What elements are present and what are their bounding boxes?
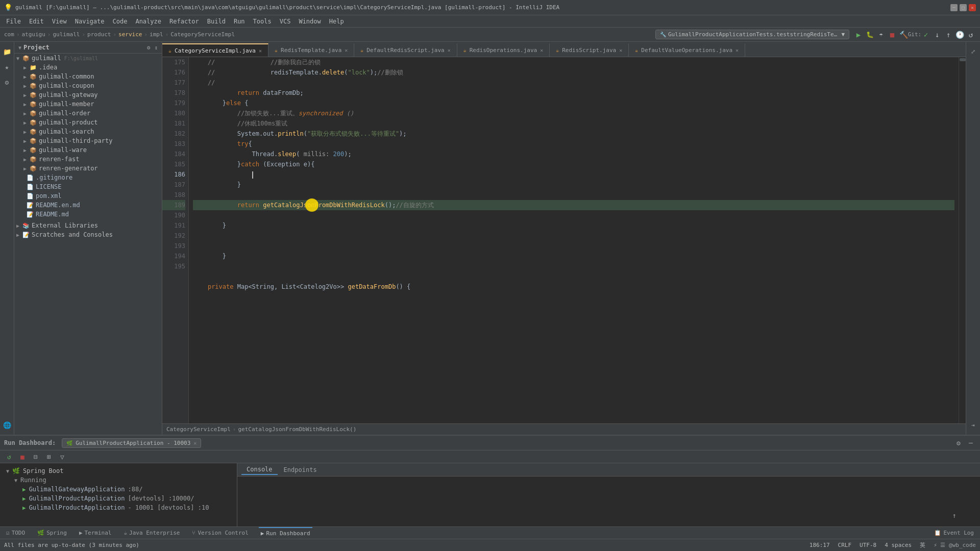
tab-close-defaultredisscript[interactable]: ✕ — [448, 47, 451, 53]
breadcrumb-com[interactable]: com — [4, 31, 14, 38]
menu-file[interactable]: File — [2, 17, 25, 26]
tree-item-renren-generator[interactable]: ▶ 📦 renren-generator — [14, 164, 162, 173]
git-revert[interactable]: ↺ — [966, 30, 976, 40]
menu-help[interactable]: Help — [325, 17, 348, 26]
group-btn[interactable]: ⊞ — [44, 452, 54, 462]
status-breadcrumb-method[interactable]: getCatalogJsonFromDbWithRedisLock() — [238, 426, 356, 433]
status-lang-en[interactable]: 英 — [920, 541, 925, 549]
tree-item-common[interactable]: ▶ 📦 gulimall-common — [14, 72, 162, 81]
structure-icon[interactable]: ⚙ — [2, 77, 13, 88]
close-btn[interactable]: ✕ — [969, 4, 976, 11]
menu-refactor[interactable]: Refactor — [165, 17, 203, 26]
status-breadcrumb-class[interactable]: CategoryServiceImpl — [166, 426, 231, 433]
status-charset[interactable]: UTF-8 — [860, 542, 876, 548]
run-button[interactable]: ▶ — [853, 30, 864, 40]
console-tab-endpoints[interactable]: Endpoints — [279, 465, 322, 474]
status-position[interactable]: 186:17 — [810, 542, 830, 548]
tree-item-member[interactable]: ▶ 📦 gulimall-member — [14, 99, 162, 109]
breadcrumb-service[interactable]: service — [118, 31, 142, 38]
menu-edit[interactable]: Edit — [25, 17, 48, 26]
run-app-gateway[interactable]: ▶ GulimallGatewayApplication :88/ — [12, 485, 233, 494]
maximize-btn[interactable]: □ — [960, 4, 967, 11]
breadcrumb-product[interactable]: product — [87, 31, 111, 38]
menu-analyze[interactable]: Analyze — [131, 17, 165, 26]
sort-icon[interactable]: ↕ — [154, 44, 158, 51]
tab-close-redisscript[interactable]: ✕ — [619, 47, 622, 53]
run-app-close[interactable]: ✕ — [193, 440, 197, 446]
stop-button[interactable]: ■ — [887, 30, 897, 40]
code-content[interactable]: // //删除我自己的锁 // redisTemplate.delete("lo… — [189, 57, 959, 423]
tree-item-pom[interactable]: 📄 pom.xml — [14, 191, 162, 201]
tree-item-gateway[interactable]: ▶ 📦 gulimall-gateway — [14, 90, 162, 99]
tab-close-categoryserviceimpl[interactable]: ✕ — [259, 48, 262, 54]
breadcrumb-categoryserviceimpl[interactable]: CategoryServiceImpl — [170, 31, 235, 38]
menu-navigate[interactable]: Navigate — [71, 17, 109, 26]
project-expand-icon[interactable]: ▼ — [18, 45, 21, 51]
tree-item-gitignore[interactable]: 📄 .gitignore — [14, 173, 162, 182]
menu-window[interactable]: Window — [295, 17, 325, 26]
status-crlf[interactable]: CRLF — [838, 542, 852, 548]
menu-code[interactable]: Code — [109, 17, 132, 26]
run-config-dropdown[interactable]: 🔧 GulimallProductApplicationTests.testst… — [655, 30, 849, 39]
bottom-tab-event-log[interactable]: 📋 Event Log — [932, 527, 976, 539]
console-tab-console[interactable]: Console — [241, 465, 278, 475]
tree-item-readme-en[interactable]: 📝 README.en.md — [14, 201, 162, 210]
bottom-tab-java-enterprise[interactable]: ☕ Java Enterprise — [121, 527, 182, 539]
bottom-tab-run-dashboard[interactable]: ▶ Run Dashboard — [259, 527, 312, 539]
tab-redisoperations[interactable]: ☕ RedisOperations.java ✕ — [457, 43, 550, 57]
rerun-btn[interactable]: ↺ — [4, 452, 14, 462]
tab-redisscript[interactable]: ☕ RedisScript.java ✕ — [550, 43, 629, 57]
breadcrumb-impl[interactable]: impl — [150, 31, 163, 38]
scroll-up-btn[interactable]: ↑ — [949, 510, 960, 520]
tree-item-external-libs[interactable]: ▶ 📚 External Libraries — [14, 221, 162, 230]
tree-item-search[interactable]: ▶ 📦 gulimall-search — [14, 127, 162, 136]
tab-defaultredisscript[interactable]: ☕ DefaultRedisScript.java ✕ — [354, 43, 457, 57]
menu-view[interactable]: View — [48, 17, 71, 26]
tab-defaultvalueoperations[interactable]: ☕ DefaultValueOperations.java ✕ — [629, 43, 745, 57]
right-icon-bottom[interactable]: ⇥ — [968, 419, 979, 431]
code-editor[interactable]: 175 176 177 178 179 180 181 182 183 184 … — [162, 57, 966, 423]
tree-item-order[interactable]: ▶ 📦 gulimall-order — [14, 109, 162, 118]
menu-vcs[interactable]: VCS — [276, 17, 295, 26]
breadcrumb-gulimall[interactable]: gulimall — [53, 31, 80, 38]
menu-run[interactable]: Run — [230, 17, 249, 26]
settings-gear-icon[interactable]: ⚙ — [953, 438, 964, 448]
tree-item-idea[interactable]: ▶ 📁 .idea — [14, 63, 162, 72]
run-app-config[interactable]: 🌿 GulimallProductApplication - 10003 ✕ — [62, 438, 201, 448]
tab-close-redisoperations[interactable]: ✕ — [540, 47, 543, 53]
git-history[interactable]: 🕐 — [954, 30, 965, 40]
coverage-button[interactable]: ☂ — [876, 30, 886, 40]
bottom-tab-todo[interactable]: ☑ TODO — [4, 527, 27, 539]
minimize-panel-btn[interactable]: ─ — [966, 438, 976, 448]
tree-item-third-party[interactable]: ▶ 📦 gulimall-third-party — [14, 136, 162, 145]
tree-item-coupon[interactable]: ▶ 📦 gulimall-coupon — [14, 81, 162, 90]
tree-item-ware[interactable]: ▶ 📦 gulimall-ware — [14, 145, 162, 155]
status-indent[interactable]: 4 spaces — [885, 542, 912, 548]
favorites-icon[interactable]: ★ — [2, 61, 13, 72]
project-icon[interactable]: 📁 — [2, 46, 13, 57]
git-checkmark[interactable]: ✓ — [921, 30, 931, 40]
springboot-header[interactable]: ▼ 🌿 Spring Boot — [4, 466, 233, 475]
settings-icon[interactable]: ⚙ — [147, 44, 151, 51]
tree-item-scratches[interactable]: ▶ 📝 Scratches and Consoles — [14, 230, 162, 239]
tab-close-redistemplate[interactable]: ✕ — [345, 47, 348, 53]
tree-item-gulimall[interactable]: ▼ 📦 gulimall F:\gulimall — [14, 54, 162, 63]
stop-all-btn[interactable]: ■ — [17, 452, 28, 462]
debug-button[interactable]: 🐛 — [865, 30, 875, 40]
right-icon-1[interactable]: ⤢ — [968, 46, 979, 57]
run-app-product1[interactable]: ▶ GulimallProductApplication [devtools] … — [12, 494, 233, 503]
git-update[interactable]: ↓ — [932, 30, 942, 40]
tree-item-readme[interactable]: 📝 README.md — [14, 210, 162, 219]
running-header[interactable]: ▼ Running — [12, 475, 233, 485]
bottom-tab-spring[interactable]: 🌿 Spring — [35, 527, 69, 539]
bottom-tab-version-control[interactable]: ⑂ Version Control — [190, 527, 250, 539]
git-push[interactable]: ↑ — [943, 30, 953, 40]
bottom-tab-terminal[interactable]: ▶ Terminal — [77, 527, 114, 539]
tree-item-license[interactable]: 📄 LICENSE — [14, 182, 162, 191]
build-button[interactable]: 🔨 — [898, 30, 909, 40]
menu-tools[interactable]: Tools — [249, 17, 276, 26]
breadcrumb-atguigu[interactable]: atguigu — [22, 31, 45, 38]
filter-btn[interactable]: ⊟ — [31, 452, 41, 462]
filter2-btn[interactable]: ▽ — [57, 452, 67, 462]
tree-item-product[interactable]: ▶ 📦 gulimall-product — [14, 118, 162, 127]
